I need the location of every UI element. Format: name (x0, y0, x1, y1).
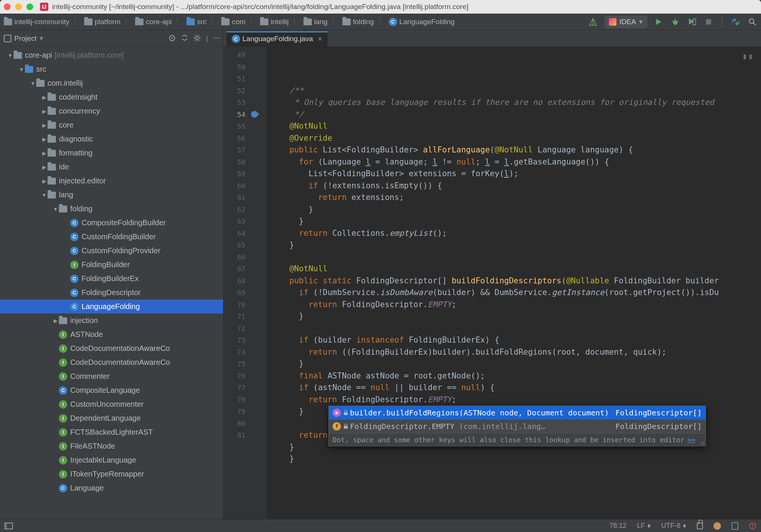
tree-twisty-icon[interactable]: ▼ (7, 52, 14, 58)
tree-node[interactable]: ICodeDocumentationAwareCo (0, 341, 223, 355)
folder-icon (48, 94, 56, 101)
tree-node[interactable]: CCompositeLanguage (0, 383, 223, 397)
tree-node[interactable]: IITokenTypeRemapper (0, 467, 223, 481)
tree-node-label: com.intellij (48, 79, 83, 88)
gear-icon[interactable] (193, 34, 201, 43)
tree-node[interactable]: CCompositeFoldingBuilder (0, 216, 223, 230)
code-editor[interactable]: 4950515253545556575859606162636465666768… (223, 47, 761, 519)
completion-item[interactable]: fFoldingDescriptor.EMPTY (com.intellij.l… (329, 420, 706, 433)
tree-twisty-icon[interactable]: ▶ (41, 136, 48, 142)
code-area[interactable]: ▮▮ /** * Only queries base language resu… (267, 47, 761, 519)
editor-tab[interactable]: C LanguageFolding.java ✕ (226, 31, 328, 46)
tree-twisty-icon[interactable]: ▶ (41, 94, 48, 100)
chevron-down-icon[interactable]: ▾ (40, 34, 43, 43)
tree-node[interactable]: CCustomFoldingBuilder (0, 230, 223, 244)
vcs-update-icon[interactable] (731, 17, 741, 27)
tree-node[interactable]: ▶ide (0, 160, 223, 174)
run-icon[interactable] (654, 17, 664, 27)
close-tab-icon[interactable]: ✕ (317, 35, 322, 43)
close-window-icon[interactable] (4, 3, 11, 10)
tree-twisty-icon[interactable]: ▶ (41, 178, 48, 184)
tree-twisty-icon[interactable]: ▶ (41, 164, 48, 170)
tree-node[interactable]: CFoldingBuilderEx (0, 272, 223, 286)
tree-node[interactable]: CLanguageFolding (0, 300, 223, 314)
tree-twisty-icon[interactable]: ▼ (41, 192, 48, 198)
breadcrumb-item[interactable]: folding (342, 18, 374, 26)
hide-icon[interactable]: — (213, 34, 219, 43)
tree-node[interactable]: ▼src (0, 62, 223, 76)
run-configuration-selector[interactable]: IDEA ▾ (605, 16, 647, 28)
code-completion-popup[interactable]: mbuilder.buildFoldRegions(ASTNode node, … (328, 406, 706, 446)
tree-node[interactable]: CLanguage (0, 481, 223, 495)
tree-node[interactable]: CCustomFoldingProvider (0, 244, 223, 258)
tree-twisty-icon[interactable]: ▶ (52, 318, 59, 324)
memory-indicator-icon[interactable] (732, 522, 738, 530)
breadcrumb-item[interactable]: platform (84, 18, 121, 26)
inspections-widget-icon[interactable]: ▮▮ (743, 51, 754, 63)
tree-node[interactable]: ▶injected.editor (0, 174, 223, 188)
line-separator[interactable]: LF♦ (637, 522, 651, 530)
editor-tab-label: LanguageFolding.java (242, 35, 313, 43)
completion-item[interactable]: mbuilder.buildFoldRegions(ASTNode node, … (329, 406, 706, 420)
ide-errors-icon[interactable]: ! (749, 522, 756, 530)
tree-node[interactable]: ▼folding (0, 202, 223, 216)
tree-twisty-icon[interactable]: ▶ (41, 122, 48, 128)
search-icon[interactable] (747, 17, 757, 27)
minimize-window-icon[interactable] (15, 3, 22, 10)
hector-icon[interactable] (713, 522, 721, 530)
tree-node[interactable]: IFoldingBuilder (0, 258, 223, 272)
tree-node[interactable]: IInjectableLanguage (0, 453, 223, 467)
source-folder-icon (186, 18, 195, 25)
breadcrumb-item[interactable]: lang (303, 18, 328, 26)
tree-twisty-icon[interactable]: ▼ (29, 80, 36, 86)
tree-node[interactable]: ▼com.intellij (0, 76, 223, 90)
readonly-lock-icon[interactable] (697, 523, 703, 529)
tree-node[interactable]: ICustomUncommenter (0, 397, 223, 411)
tree-twisty-icon[interactable]: ▼ (18, 66, 25, 72)
tree-node[interactable]: ▼lang (0, 188, 223, 202)
zoom-window-icon[interactable] (26, 3, 33, 10)
class-icon: C (70, 303, 79, 311)
coverage-icon[interactable] (687, 17, 697, 27)
tree-node[interactable]: ▶injection (0, 314, 223, 328)
breadcrumb-item[interactable]: intellij (260, 18, 289, 26)
tree-node[interactable]: IASTNode (0, 328, 223, 341)
tree-twisty-icon[interactable]: ▶ (41, 108, 48, 114)
locate-icon[interactable] (168, 34, 176, 43)
tree-node[interactable]: ICodeDocumentationAwareCo (0, 355, 223, 369)
override-marker-icon[interactable] (251, 111, 258, 118)
tree-node[interactable]: CFoldingDescriptor (0, 286, 223, 300)
expand-all-icon[interactable] (181, 34, 188, 43)
completion-more-link[interactable]: >> (687, 436, 696, 444)
project-tree[interactable]: ▼core-api[intellij.platform.core]▼src▼co… (0, 47, 223, 519)
tree-node[interactable]: IFCTSBackedLighterAST (0, 425, 223, 439)
caret-position[interactable]: 78:12 (610, 522, 627, 530)
fold-gutter[interactable] (259, 47, 267, 519)
tree-node[interactable]: ▼core-api[intellij.platform.core] (0, 48, 223, 62)
project-tool-title[interactable]: Project (14, 34, 37, 43)
breadcrumb-item[interactable]: com (221, 18, 245, 26)
tree-node-label: CustomUncommenter (70, 400, 144, 409)
tree-node[interactable]: ▶diagnostic (0, 132, 223, 146)
tree-node[interactable]: ▶formatting (0, 146, 223, 160)
window-controls[interactable] (4, 3, 33, 10)
tree-node-label: diagnostic (59, 135, 93, 143)
tree-node[interactable]: ▶codeInsight (0, 90, 223, 104)
breadcrumb-item[interactable]: intellij-community (4, 18, 69, 26)
tree-node[interactable]: IFileASTNode (0, 439, 223, 453)
build-icon[interactable] (588, 17, 598, 27)
gutter-markers[interactable] (250, 47, 259, 519)
breadcrumb-item[interactable]: src (186, 18, 206, 26)
tree-twisty-icon[interactable]: ▶ (41, 150, 48, 156)
breadcrumb-item[interactable]: core-api (135, 18, 172, 26)
tree-node[interactable]: ▶concurrency (0, 104, 223, 118)
tree-node[interactable]: IDependentLanguage (0, 411, 223, 425)
breadcrumb-item[interactable]: CLanguageFolding (389, 18, 455, 26)
debug-icon[interactable] (670, 17, 680, 27)
tool-windows-toggle-icon[interactable] (5, 523, 17, 529)
tree-twisty-icon[interactable]: ▼ (52, 206, 59, 212)
file-encoding[interactable]: UTF-8♦ (661, 522, 686, 530)
tree-node[interactable]: ▶core (0, 118, 223, 132)
tree-node[interactable]: ICommenter (0, 369, 223, 383)
resize-handle-icon[interactable] (700, 440, 704, 445)
